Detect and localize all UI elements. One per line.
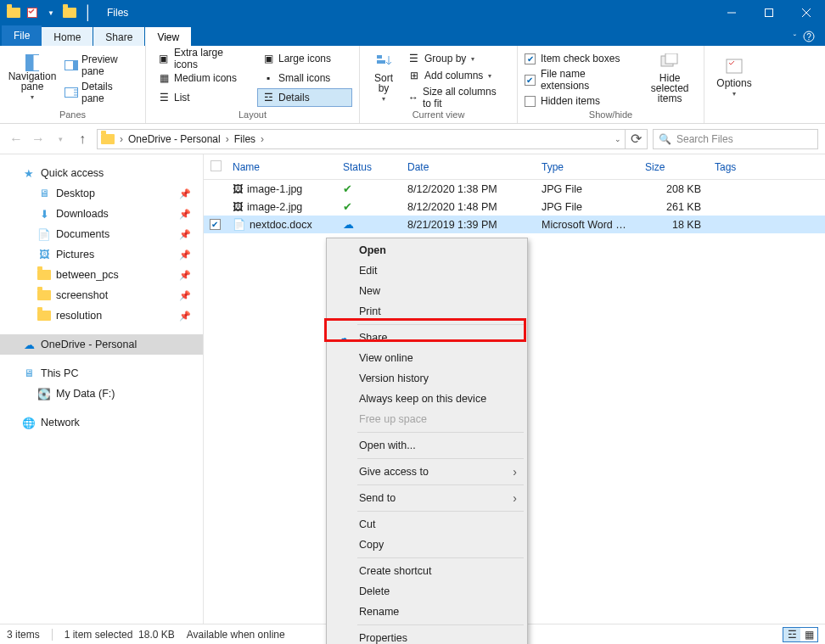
qat-newfolder-icon[interactable] [61, 4, 78, 21]
cm-share[interactable]: ☁Share [328, 328, 525, 348]
showhide-group-label: Show/hide [525, 108, 697, 123]
tab-view[interactable]: View [145, 27, 191, 46]
nav-downloads[interactable]: ⬇Downloads📌 [0, 204, 203, 224]
select-all-checkbox[interactable] [210, 160, 222, 171]
svg-rect-15 [377, 55, 382, 59]
nav-onedrive[interactable]: ☁OneDrive - Personal [0, 334, 203, 355]
cm-open[interactable]: Open [328, 240, 525, 260]
cm-open-with[interactable]: Open with... [328, 435, 525, 456]
cm-view-online[interactable]: View online [328, 348, 525, 368]
cm-cut[interactable]: Cut [328, 514, 525, 535]
breadcrumb-dropdown[interactable]: ⌄ [611, 130, 625, 148]
tab-file[interactable]: File [2, 25, 42, 46]
tab-home[interactable]: Home [42, 27, 93, 46]
close-button[interactable] [788, 0, 825, 25]
nav-pane-icon [25, 56, 39, 70]
folder-icon [37, 309, 51, 322]
col-tags[interactable]: Tags [708, 161, 767, 173]
view-thumbnails-button[interactable]: ▦ [800, 628, 817, 641]
cm-version-history[interactable]: Version history [328, 368, 525, 389]
cm-new[interactable]: New [328, 281, 525, 301]
recent-locations-button[interactable]: ▾ [51, 130, 70, 148]
svg-rect-16 [377, 60, 385, 64]
addcolumns-button[interactable]: ⊞Add columns▾ [404, 68, 510, 83]
ribbon: Navigation pane ▾ Preview pane Details p… [0, 46, 825, 124]
refresh-button[interactable]: ⟳ [626, 129, 648, 149]
col-status[interactable]: Status [336, 161, 401, 173]
qat-down-icon[interactable]: ▼ [42, 4, 59, 21]
breadcrumb-files[interactable]: Files [231, 130, 259, 148]
cm-edit[interactable]: Edit [328, 260, 525, 281]
sizeall-button[interactable]: ↔Size all columns to fit [404, 85, 510, 110]
back-button[interactable]: ← [7, 130, 25, 148]
help-icon[interactable]: ? [803, 31, 815, 46]
sortby-button[interactable]: Sort by ▾ [367, 49, 401, 107]
layout-list[interactable]: ☰List [153, 88, 254, 107]
nav-documents[interactable]: 📄Documents📌 [0, 224, 203, 244]
layout-medium[interactable]: ▦Medium icons [153, 69, 254, 87]
hide-selected-button[interactable]: Hide selected items [643, 49, 697, 107]
cm-properties[interactable]: Properties [328, 628, 525, 644]
drive-icon: 💽 [37, 387, 51, 400]
breadcrumb[interactable]: › OneDrive - Personal › Files › ⌄ [97, 129, 626, 149]
groupby-button[interactable]: ☰Group by▾ [404, 51, 510, 66]
nav-screenshot[interactable]: screenshot📌 [0, 285, 203, 305]
minimize-button[interactable] [713, 0, 750, 25]
cm-give-access[interactable]: Give access to [328, 462, 525, 482]
file-row[interactable]: ✔ 📄nextdoc.docx ☁ 8/21/2019 1:39 PM Micr… [204, 216, 825, 233]
ribbon-collapse-icon[interactable]: ˇ [794, 34, 796, 43]
file-row[interactable]: 🖼image-1.jpg ✔ 8/12/2020 1:38 PM JPG Fil… [204, 180, 825, 198]
col-name[interactable]: Name [226, 161, 336, 173]
nav-pane-button[interactable]: Navigation pane ▾ [7, 49, 58, 107]
layout-large[interactable]: ▣Large icons [257, 49, 352, 68]
col-date[interactable]: Date [401, 161, 535, 173]
cm-always-keep[interactable]: Always keep on this device [328, 389, 525, 409]
cm-send-to[interactable]: Send to [328, 488, 525, 508]
row-checkbox[interactable]: ✔ [210, 219, 221, 230]
preview-pane-button[interactable]: Preview pane [61, 53, 138, 78]
cm-rename[interactable]: Rename [328, 602, 525, 622]
desktop-icon: 🖥 [37, 187, 51, 200]
qat-properties-icon[interactable] [24, 4, 41, 21]
options-button[interactable]: Options ▾ [711, 49, 757, 107]
itemcheck-checkbox[interactable]: ✔Item check boxes [525, 51, 636, 66]
col-type[interactable]: Type [535, 161, 638, 173]
nav-network[interactable]: 🌐Network [0, 412, 203, 433]
nav-pictures[interactable]: 🖼Pictures📌 [0, 244, 203, 265]
nav-mydata[interactable]: 💽My Data (F:) [0, 384, 203, 404]
col-size[interactable]: Size [638, 161, 708, 173]
nav-resolution[interactable]: resolution📌 [0, 305, 203, 326]
forward-button[interactable]: → [29, 130, 48, 148]
pin-icon: 📌 [179, 311, 191, 322]
nav-betweenpcs[interactable]: between_pcs📌 [0, 265, 203, 285]
status-selection: 1 item selected 18.0 KB [65, 629, 175, 641]
cm-create-shortcut[interactable]: Create shortcut [328, 561, 525, 581]
nav-quick-access[interactable]: ★Quick access [0, 163, 203, 183]
file-row[interactable]: 🖼image-2.jpg ✔ 8/12/2020 1:48 PM JPG Fil… [204, 198, 825, 216]
layout-small[interactable]: ▪Small icons [257, 69, 352, 87]
cloud-icon: ☁ [335, 330, 351, 345]
maximize-button[interactable] [750, 0, 788, 25]
extensions-checkbox[interactable]: ✔File name extensions [525, 66, 636, 93]
breadcrumb-onedrive[interactable]: OneDrive - Personal [125, 130, 224, 148]
nav-desktop[interactable]: 🖥Desktop📌 [0, 183, 203, 204]
cloud-status-icon: ✔ [343, 201, 352, 213]
layout-details[interactable]: ☲Details [257, 88, 352, 107]
cm-copy[interactable]: Copy [328, 535, 525, 555]
hidden-checkbox[interactable]: Hidden items [525, 93, 636, 109]
pin-icon: 📌 [179, 209, 191, 220]
cm-delete[interactable]: Delete [328, 581, 525, 602]
nav-thispc[interactable]: 🖥This PC [0, 363, 203, 384]
cm-print[interactable]: Print [328, 301, 525, 322]
up-button[interactable]: ↑ [73, 130, 92, 148]
search-input[interactable]: 🔍 Search Files [653, 129, 818, 149]
pin-icon: 📌 [179, 229, 191, 240]
ribbon-tabs: File Home Share View ˇ ? [0, 25, 825, 46]
layout-extra-large[interactable]: ▣Extra large icons [153, 49, 254, 68]
svg-rect-8 [26, 54, 34, 70]
pin-icon: 📌 [179, 290, 191, 301]
tab-share[interactable]: Share [93, 27, 144, 46]
details-pane-button[interactable]: Details pane [61, 80, 138, 105]
view-details-button[interactable]: ☲ [783, 628, 800, 641]
folder-icon [37, 288, 51, 302]
